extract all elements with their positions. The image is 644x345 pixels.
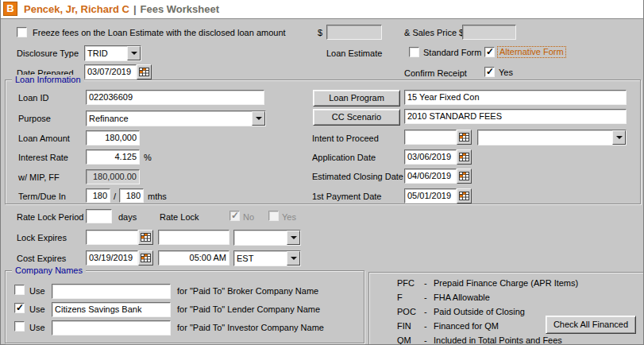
lock-expires-timezone-select[interactable] bbox=[233, 230, 301, 246]
chevron-down-icon[interactable] bbox=[612, 130, 626, 145]
company-names-title: Company Names bbox=[12, 266, 86, 276]
freeze-fees-checkbox[interactable] bbox=[17, 27, 27, 37]
page-title: Fees Worksheet bbox=[141, 3, 219, 15]
rate-lock-period-label: Rate Lock Period bbox=[17, 212, 83, 223]
confirm-receipt-yes-checkbox[interactable] bbox=[484, 67, 495, 77]
lock-expires-time-field[interactable] bbox=[158, 230, 229, 245]
intent-date-field[interactable] bbox=[404, 130, 472, 145]
investor-company-name-field[interactable] bbox=[52, 320, 171, 335]
calendar-icon[interactable] bbox=[138, 250, 153, 266]
alternative-form-checkbox[interactable] bbox=[484, 47, 495, 57]
use-lender-checkbox[interactable] bbox=[14, 303, 25, 313]
first-payment-date-value[interactable]: 05/01/2019 bbox=[404, 188, 457, 204]
purpose-label: Purpose bbox=[18, 114, 51, 124]
disclosure-type-select[interactable]: TRID bbox=[84, 45, 141, 61]
purpose-select[interactable]: Refinance bbox=[86, 110, 266, 126]
fees-worksheet-window: B Pencek, Jr, Richard C|Fees Worksheet F… bbox=[0, 0, 644, 345]
legend-item-poc: POC - Paid Outside of Closing bbox=[397, 307, 525, 317]
cc-scenario-button[interactable]: CC Scenario bbox=[313, 109, 400, 126]
legend-desc: Paid Outside of Closing bbox=[434, 307, 525, 317]
check-all-financed-button[interactable]: Check All Financed bbox=[546, 316, 636, 334]
use-broker-label: Use bbox=[29, 286, 45, 297]
rate-lock-yes-label: Yes bbox=[282, 212, 296, 223]
confirm-receipt-yes-label: Yes bbox=[499, 68, 513, 78]
lock-expires-date-field[interactable] bbox=[86, 230, 153, 245]
cost-expires-date-field[interactable]: 03/19/2019 bbox=[86, 250, 153, 266]
mip-ff-label: w/ MIP, FF bbox=[18, 172, 60, 183]
legend-dash: - bbox=[424, 307, 434, 317]
calendar-icon[interactable] bbox=[457, 130, 472, 145]
interest-rate-field[interactable]: 4.125 bbox=[86, 149, 140, 165]
calendar-icon[interactable] bbox=[138, 230, 153, 245]
estimated-closing-date-label: Estimated Closing Date bbox=[312, 172, 403, 182]
loan-program-button[interactable]: Loan Program bbox=[313, 90, 400, 107]
due-in-field[interactable]: 180 bbox=[119, 188, 144, 203]
estimated-closing-date-value[interactable]: 04/06/2019 bbox=[404, 169, 457, 184]
interest-rate-label: Interest Rate bbox=[18, 153, 68, 163]
interest-rate-unit: % bbox=[144, 153, 152, 163]
date-prepared-value[interactable]: 03/07/2019 bbox=[84, 64, 137, 79]
use-broker-checkbox[interactable] bbox=[14, 285, 25, 295]
intent-option-value bbox=[478, 130, 612, 145]
cost-expires-timezone-select[interactable]: EST bbox=[233, 250, 301, 266]
rate-lock-no-label: No bbox=[243, 212, 254, 223]
lender-company-name-field[interactable]: Citizens Savings Bank bbox=[52, 302, 171, 317]
legend-item-pfc: PFC - Prepaid Finance Charge (APR Items) bbox=[397, 278, 578, 289]
rate-lock-label: Rate Lock bbox=[160, 212, 199, 223]
intent-date-value[interactable] bbox=[404, 130, 457, 145]
application-date-field[interactable]: 03/06/2019 bbox=[404, 149, 472, 165]
chevron-down-icon[interactable] bbox=[287, 231, 300, 245]
lender-company-desc: for "Paid To" Lender Company Name bbox=[177, 304, 320, 315]
estimated-closing-date-field[interactable]: 04/06/2019 bbox=[404, 169, 472, 184]
first-payment-date-label: 1st Payment Date bbox=[312, 192, 381, 202]
broker-company-name-field[interactable] bbox=[52, 284, 171, 299]
lock-expires-timezone-value bbox=[234, 231, 287, 245]
loan-information-title: Loan Information bbox=[12, 75, 84, 85]
legend-desc: Financed for QM bbox=[434, 321, 499, 331]
cc-scenario-field[interactable]: 2010 STANDARD FEES bbox=[404, 109, 627, 124]
chevron-down-icon[interactable] bbox=[127, 46, 141, 60]
cost-expires-time-field[interactable]: 05:00 AM bbox=[158, 250, 229, 266]
sales-price-field[interactable] bbox=[462, 25, 516, 40]
standard-form-checkbox[interactable] bbox=[409, 47, 419, 57]
first-payment-date-field[interactable]: 05/01/2019 bbox=[404, 188, 472, 204]
legend-item-f: F - FHA Allowable bbox=[397, 293, 490, 303]
intent-to-proceed-label: Intent to Proceed bbox=[312, 134, 379, 144]
lock-expires-date-value[interactable] bbox=[86, 230, 138, 245]
loan-amount-field[interactable]: 180,000 bbox=[86, 130, 140, 145]
calendar-icon[interactable] bbox=[457, 188, 472, 204]
window-title: Pencek, Jr, Richard C|Fees Worksheet bbox=[24, 3, 219, 15]
legend-dash: - bbox=[424, 321, 434, 331]
mip-ff-field: 180,000.00 bbox=[86, 169, 140, 184]
lock-expires-label: Lock Expires bbox=[17, 233, 67, 243]
legend-dash: - bbox=[424, 278, 434, 289]
loan-id-label: Loan ID bbox=[18, 93, 49, 103]
legend-abbr: FIN bbox=[397, 321, 424, 331]
chevron-down-icon[interactable] bbox=[252, 111, 265, 126]
intent-option-select[interactable] bbox=[477, 130, 627, 145]
borrower-name: Pencek, Jr, Richard C bbox=[24, 3, 129, 15]
term-field[interactable]: 180 bbox=[86, 188, 110, 203]
disclosure-type-value: TRID bbox=[85, 46, 127, 60]
term-due-in-label: Term/Due In bbox=[18, 192, 66, 202]
purpose-value: Refinance bbox=[87, 111, 252, 126]
rate-lock-period-field[interactable] bbox=[86, 209, 112, 223]
cost-expires-date-value[interactable]: 03/19/2019 bbox=[86, 250, 138, 266]
legend-desc: Included in Total Points and Fees bbox=[434, 335, 562, 345]
loan-id-field[interactable]: 022036609 bbox=[86, 90, 264, 105]
chevron-down-icon[interactable] bbox=[287, 251, 300, 266]
legend-item-fin: FIN - Financed for QM bbox=[397, 321, 499, 331]
legend-item-qm: QM - Included in Total Points and Fees bbox=[397, 335, 562, 345]
legend-dash: - bbox=[424, 335, 434, 345]
date-prepared-field[interactable]: 03/07/2019 bbox=[84, 64, 152, 79]
legend-abbr: POC bbox=[397, 307, 424, 317]
loan-program-field[interactable]: 15 Year Fixed Con bbox=[404, 90, 627, 105]
disclosed-amount-field[interactable] bbox=[326, 25, 382, 40]
confirm-receipt-label: Confirm Receipt bbox=[404, 68, 467, 79]
calendar-icon[interactable] bbox=[137, 64, 152, 79]
application-date-value[interactable]: 03/06/2019 bbox=[404, 149, 457, 165]
use-investor-checkbox[interactable] bbox=[14, 321, 25, 331]
calendar-icon[interactable] bbox=[457, 169, 472, 184]
calendar-icon[interactable] bbox=[457, 149, 472, 165]
rate-lock-no-checkbox bbox=[229, 211, 240, 221]
